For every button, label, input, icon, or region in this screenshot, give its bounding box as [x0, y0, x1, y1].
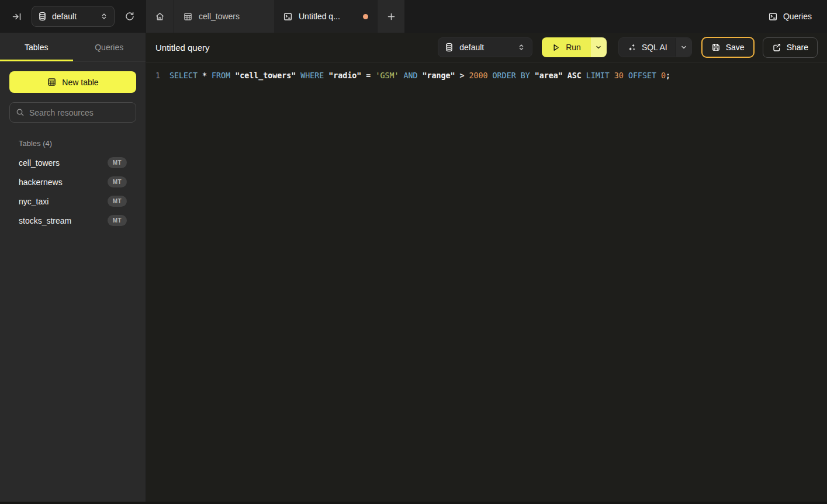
app-window: default: [0, 0, 827, 504]
chevron-down-icon: [595, 44, 602, 51]
table-list-item[interactable]: nyc_taxi MT: [0, 192, 146, 211]
code-line: 1 SELECT * FROM "cell_towers" WHERE "rad…: [146, 69, 827, 82]
share-button[interactable]: Share: [763, 37, 818, 58]
query-database-selector[interactable]: default: [438, 37, 532, 57]
run-split-button: Run: [542, 37, 607, 57]
queries-link[interactable]: Queries: [768, 12, 812, 22]
table-icon: [47, 77, 57, 87]
topbar-left-section: default: [0, 0, 146, 33]
table-name: hackernews: [19, 178, 63, 187]
table-engine-badge: MT: [108, 215, 127, 226]
database-selector[interactable]: default: [32, 6, 115, 27]
play-icon: [552, 43, 560, 52]
sql-ai-options-button[interactable]: [676, 38, 691, 57]
database-selector-value: default: [52, 12, 77, 21]
unsaved-changes-dot: [363, 14, 368, 19]
search-icon: [16, 108, 25, 117]
refresh-button[interactable]: [122, 8, 138, 25]
table-engine-badge: MT: [108, 176, 127, 187]
search-resources-input[interactable]: [29, 108, 135, 117]
sidebar-tab-tables[interactable]: Tables: [0, 33, 73, 61]
table-name: stocks_stream: [19, 216, 71, 225]
query-toolbar: Untitled query default: [146, 33, 827, 62]
sql-ai-split-button: SQL AI: [618, 37, 692, 57]
search-resources-box: [9, 102, 136, 123]
tab-untitled-query[interactable]: Untitled q...: [274, 0, 377, 33]
main-panel: Untitled query default: [146, 33, 827, 504]
tab-label: Untitled q...: [299, 12, 340, 21]
share-icon: [772, 43, 781, 52]
run-button-label: Run: [566, 43, 581, 52]
new-table-button[interactable]: New table: [9, 71, 136, 93]
sql-editor[interactable]: 1 SELECT * FROM "cell_towers" WHERE "rad…: [146, 62, 827, 504]
top-bar: default: [0, 0, 827, 33]
share-button-label: Share: [787, 43, 808, 52]
save-icon: [711, 43, 721, 52]
chevron-down-icon: [680, 44, 687, 51]
tab-cell-towers[interactable]: cell_towers: [174, 0, 274, 33]
chevron-updown-icon: [517, 43, 525, 51]
collapse-sidebar-button[interactable]: [8, 8, 25, 25]
database-icon: [38, 12, 47, 21]
chevron-updown-icon: [100, 12, 108, 20]
run-options-button[interactable]: [591, 37, 607, 57]
plus-icon: [387, 12, 396, 21]
query-database-selector-value: default: [459, 43, 484, 52]
run-button[interactable]: Run: [542, 37, 591, 57]
tab-home[interactable]: [146, 0, 174, 33]
table-name: cell_towers: [19, 158, 60, 168]
save-button[interactable]: Save: [701, 37, 755, 58]
table-list-item[interactable]: cell_towers MT: [0, 153, 146, 172]
new-tab-button[interactable]: [377, 0, 404, 33]
sparkles-icon: [627, 43, 636, 52]
tables-section-header: Tables (4): [0, 131, 146, 153]
tab-label: cell_towers: [199, 12, 240, 21]
queries-link-label: Queries: [783, 12, 812, 21]
window-bottom-edge: [0, 502, 827, 504]
sidebar: Tables Queries New table: [0, 33, 146, 504]
table-list-item[interactable]: stocks_stream MT: [0, 211, 146, 230]
table-icon: [183, 12, 193, 22]
table-engine-badge: MT: [108, 157, 127, 168]
database-icon: [445, 43, 454, 52]
table-list-item[interactable]: hackernews MT: [0, 172, 146, 192]
sidebar-tab-queries[interactable]: Queries: [73, 33, 146, 61]
query-title: Untitled query: [155, 43, 210, 53]
tables-list: cell_towers MT hackernews MT nyc_taxi MT: [0, 153, 146, 230]
sql-code: SELECT * FROM "cell_towers" WHERE "radio…: [169, 71, 670, 80]
query-toolbar-controls: default: [438, 37, 818, 58]
sql-ai-button-label: SQL AI: [642, 43, 667, 52]
new-table-button-label: New table: [62, 78, 98, 87]
table-engine-badge: MT: [108, 196, 127, 207]
sidebar-tab-bar: Tables Queries: [0, 33, 146, 62]
save-button-label: Save: [726, 43, 745, 52]
query-icon: [768, 12, 778, 22]
arrow-to-line-icon: [12, 12, 22, 22]
table-name: nyc_taxi: [19, 197, 49, 206]
topbar-right-section: Queries: [404, 0, 827, 33]
sql-ai-button[interactable]: SQL AI: [619, 38, 676, 57]
refresh-icon: [124, 11, 135, 22]
query-icon: [283, 12, 293, 22]
home-icon: [155, 12, 165, 22]
line-number: 1: [146, 71, 160, 80]
